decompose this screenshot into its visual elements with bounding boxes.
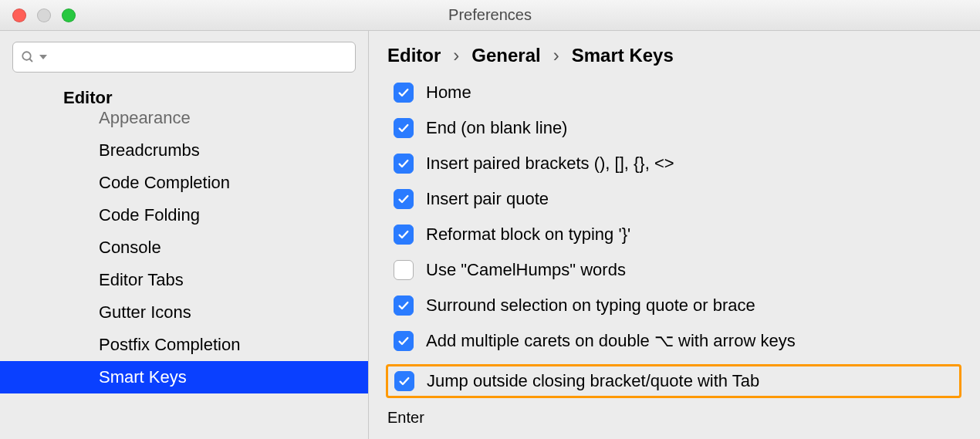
sidebar-item-postfix-completion[interactable]: Postfix Completion xyxy=(0,329,368,361)
sidebar-item-appearance[interactable]: Appearance xyxy=(0,108,368,134)
chevron-right-icon: › xyxy=(453,45,459,66)
option-row: Insert pair quote xyxy=(394,187,961,211)
option-row: End (on blank line) xyxy=(394,116,961,140)
option-label[interactable]: Reformat block on typing '}' xyxy=(426,225,630,245)
option-row: Jump outside closing bracket/quote with … xyxy=(386,364,961,398)
option-label[interactable]: Jump outside closing bracket/quote with … xyxy=(427,371,759,391)
checkbox[interactable] xyxy=(394,154,414,174)
tree-section-editor[interactable]: Editor xyxy=(0,83,368,110)
checkbox[interactable] xyxy=(394,260,414,280)
checkbox[interactable] xyxy=(394,189,414,209)
search-wrap xyxy=(0,31,368,79)
option-row: Surround selection on typing quote or br… xyxy=(394,293,961,318)
section-label-enter: Enter xyxy=(387,398,961,427)
dropdown-icon[interactable] xyxy=(39,53,47,61)
option-label[interactable]: End (on blank line) xyxy=(426,118,567,138)
minimize-window-button[interactable] xyxy=(37,8,51,22)
breadcrumb-part[interactable]: Smart Keys xyxy=(572,45,674,66)
sidebar-item-code-completion[interactable]: Code Completion xyxy=(0,167,368,199)
checkbox[interactable] xyxy=(394,371,414,391)
svg-line-1 xyxy=(29,59,32,62)
search-input[interactable] xyxy=(52,49,347,66)
option-label[interactable]: Home xyxy=(426,83,471,103)
option-label[interactable]: Surround selection on typing quote or br… xyxy=(426,295,755,316)
breadcrumb-part[interactable]: General xyxy=(471,45,540,66)
breadcrumb: Editor › General › Smart Keys xyxy=(387,45,961,80)
sidebar-item-editor-tabs[interactable]: Editor Tabs xyxy=(0,264,368,296)
options-list: HomeEnd (on blank line)Insert paired bra… xyxy=(387,80,961,398)
checkbox[interactable] xyxy=(394,225,414,245)
sidebar-item-smart-keys[interactable]: Smart Keys xyxy=(0,361,368,393)
option-row: Use "CamelHumps" words xyxy=(394,258,961,282)
sidebar-item-code-folding[interactable]: Code Folding xyxy=(0,199,368,231)
titlebar: Preferences xyxy=(0,0,980,31)
sidebar-item-gutter-icons[interactable]: Gutter Icons xyxy=(0,296,368,329)
settings-panel: Editor › General › Smart Keys HomeEnd (o… xyxy=(369,31,980,439)
checkbox[interactable] xyxy=(394,295,414,316)
chevron-right-icon: › xyxy=(553,45,559,66)
window-body: Editor AppearanceBreadcrumbsCode Complet… xyxy=(0,31,980,439)
close-window-button[interactable] xyxy=(12,8,26,22)
option-row: Home xyxy=(394,80,961,105)
checkbox[interactable] xyxy=(394,331,414,351)
sidebar: Editor AppearanceBreadcrumbsCode Complet… xyxy=(0,31,369,439)
window-title: Preferences xyxy=(0,6,980,24)
svg-point-0 xyxy=(22,52,31,60)
preferences-window: Preferences Editor AppearanceBreadcrumbs… xyxy=(0,0,980,439)
window-controls xyxy=(0,8,76,22)
option-row: Reformat block on typing '}' xyxy=(394,222,961,247)
search-icon xyxy=(21,50,35,64)
option-label[interactable]: Use "CamelHumps" words xyxy=(426,260,626,280)
sidebar-item-breadcrumbs[interactable]: Breadcrumbs xyxy=(0,134,368,167)
sidebar-item-console[interactable]: Console xyxy=(0,231,368,264)
option-label[interactable]: Add multiple carets on double ⌥ with arr… xyxy=(426,331,796,351)
zoom-window-button[interactable] xyxy=(62,8,76,22)
option-row: Add multiple carets on double ⌥ with arr… xyxy=(394,329,961,353)
checkbox[interactable] xyxy=(394,118,414,138)
breadcrumb-part[interactable]: Editor xyxy=(387,45,441,66)
settings-tree: Editor AppearanceBreadcrumbsCode Complet… xyxy=(0,79,368,439)
search-field[interactable] xyxy=(12,42,356,73)
option-label[interactable]: Insert paired brackets (), [], {}, <> xyxy=(426,154,674,174)
option-row: Insert paired brackets (), [], {}, <> xyxy=(394,151,961,176)
option-label[interactable]: Insert pair quote xyxy=(426,189,549,209)
checkbox[interactable] xyxy=(394,83,414,103)
